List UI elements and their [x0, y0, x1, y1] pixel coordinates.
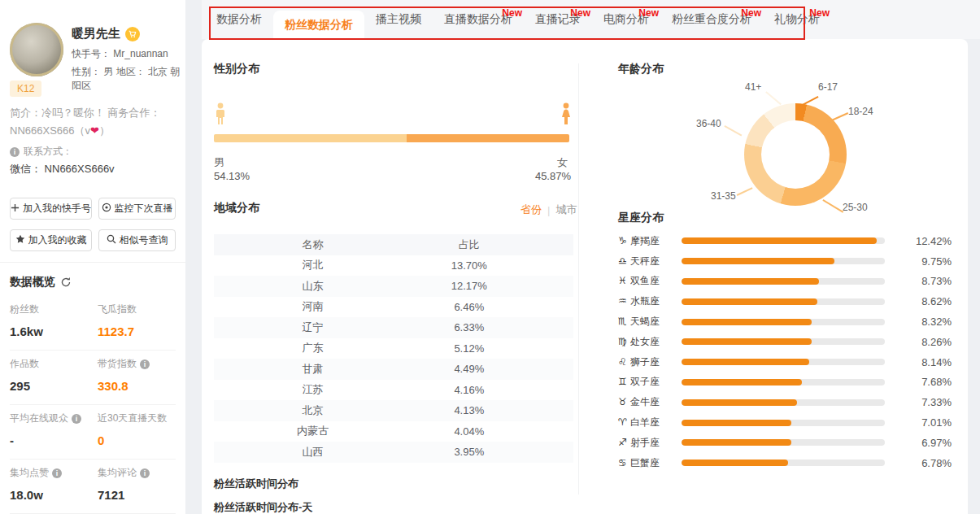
- new-badge: New: [570, 7, 590, 19]
- zodiac-icon: ♐: [618, 437, 630, 448]
- region-table-header: 名称 占比: [214, 234, 573, 255]
- age-leader-line: [766, 91, 782, 105]
- zodiac-bar-track: [682, 460, 885, 466]
- overview-stats: 粉丝数1.6kw飞瓜指数1123.7作品数295带货指数 i330.8平均在线观…: [10, 296, 176, 514]
- sidebar-button-1[interactable]: 监控下次直播: [98, 198, 176, 220]
- zodiac-bar-fill: [682, 298, 817, 305]
- toggle-city[interactable]: 城市: [555, 203, 577, 217]
- zodiac-bar-track: [682, 379, 885, 386]
- column-divider: [578, 63, 579, 494]
- zodiac-bar-fill: [682, 319, 812, 325]
- zodiac-icon: ♏: [618, 316, 630, 327]
- age-label-18-24: 18-24: [848, 106, 873, 117]
- zodiac-bar-fill: [682, 460, 788, 466]
- plus-icon: [11, 203, 20, 215]
- cart-icon: [125, 27, 140, 41]
- zodiac-percent: 8.32%: [885, 316, 952, 328]
- zodiac-icon: ♓: [618, 275, 630, 286]
- stat-cell: 集均评论 i7121: [98, 466, 176, 502]
- stat-cell: 作品数295: [10, 357, 98, 393]
- zodiac-bar-track: [682, 258, 885, 264]
- stat-cell: 近30天直播天数0: [98, 412, 176, 447]
- contact-label: i 联系方式：: [10, 145, 72, 159]
- zodiac-percent: 8.73%: [885, 275, 952, 287]
- tab-1[interactable]: 粉丝数据分析: [273, 11, 364, 39]
- zodiac-row-7: ♊双子座7.68%: [618, 372, 952, 393]
- zodiac-row-8: ♉金牛座7.33%: [618, 392, 952, 412]
- overview-title: 数据概览: [10, 275, 55, 290]
- table-row: 甘肃4.49%: [214, 359, 573, 380]
- stat-row: 粉丝数1.6kw飞瓜指数1123.7: [10, 296, 176, 350]
- tab-5[interactable]: 电商分析New: [592, 0, 660, 39]
- toggle-province[interactable]: 省份: [520, 203, 542, 217]
- zodiac-icon: ♒: [618, 295, 630, 307]
- gender-region: 性别： 男 地区： 北京 朝阳区: [72, 65, 185, 93]
- tab-7[interactable]: 礼物分析New: [763, 0, 831, 39]
- zodiac-bar-fill: [682, 237, 877, 244]
- sidebar-button-3[interactable]: 相似号查询: [98, 229, 176, 251]
- divider: [0, 262, 185, 263]
- table-row: 北京4.13%: [214, 400, 573, 421]
- region-table: 名称 占比 河北13.70%山东12.17%河南6.46%辽宁6.33%广东5.…: [214, 234, 573, 463]
- star-icon: [15, 234, 25, 246]
- action-buttons: 加入我的快手号监控下次直播加入我的收藏相似号查询: [10, 198, 176, 251]
- zodiac-bar-track: [682, 359, 885, 365]
- avatar[interactable]: [10, 23, 63, 76]
- tab-2[interactable]: 播主视频: [364, 0, 433, 39]
- zodiac-bar-fill: [682, 379, 802, 386]
- profile-sidebar: 暖男先生 快手号： Mr_nuannan 性别： 男 地区： 北京 朝阳区 K1…: [0, 0, 185, 514]
- age-leader-line: [823, 199, 844, 212]
- table-row: 山西3.95%: [214, 442, 573, 463]
- monitor-icon: [102, 203, 111, 215]
- zodiac-icon: ♈: [618, 416, 630, 428]
- stat-row: 平均在线观众 i-近30天直播天数0: [10, 404, 176, 459]
- zodiac-row-4: ♏天蝎座8.32%: [618, 311, 952, 332]
- zodiac-percent: 8.62%: [885, 295, 952, 307]
- tab-6[interactable]: 粉丝重合度分析New: [660, 0, 763, 39]
- zodiac-icon: ♉: [618, 396, 630, 407]
- zodiac-bar-fill: [682, 399, 797, 406]
- male-icon: [214, 102, 227, 128]
- zodiac-row-10: ♐射手座6.97%: [618, 433, 952, 453]
- male-percent: 54.13%: [214, 170, 250, 182]
- grade-badge: K12: [10, 81, 41, 97]
- zodiac-bar-list: ♑摩羯座12.42%♎天秤座9.75%♓双鱼座8.73%♒水瓶座8.62%♏天蝎…: [618, 231, 952, 473]
- activity-hour-title: 粉丝活跃时间分布: [214, 477, 298, 491]
- female-percent: 45.87%: [535, 170, 571, 182]
- tab-0[interactable]: 数据分析: [205, 0, 273, 39]
- age-leader-line: [725, 125, 743, 136]
- info-icon: i: [140, 468, 150, 478]
- info-icon: i: [52, 468, 62, 478]
- sidebar-button-2[interactable]: 加入我的收藏: [10, 229, 92, 251]
- stat-cell: 平均在线观众 i-: [10, 412, 98, 447]
- sidebar-button-0[interactable]: 加入我的快手号: [10, 198, 92, 220]
- zodiac-percent: 12.42%: [885, 235, 952, 247]
- stat-cell: 带货指数 i330.8: [98, 357, 176, 393]
- wechat-id: 微信： NN666XS666v: [10, 162, 115, 176]
- zodiac-row-3: ♒水瓶座8.62%: [618, 291, 952, 311]
- age-label-41+: 41+: [745, 81, 761, 93]
- heart-icon: ❤: [90, 124, 99, 137]
- profile-name: 暖男先生: [72, 26, 120, 41]
- zodiac-percent: 7.33%: [885, 396, 952, 408]
- zodiac-bar-track: [682, 420, 885, 426]
- age-label-31-35: 31-35: [711, 190, 736, 202]
- age-label-36-40: 36-40: [696, 118, 721, 129]
- tab-3[interactable]: 直播数据分析New: [433, 0, 524, 39]
- donut-hole: [761, 120, 830, 189]
- zodiac-bar-track: [682, 319, 885, 325]
- zodiac-row-2: ♓双鱼座8.73%: [618, 272, 952, 292]
- zodiac-row-11: ♋巨蟹座6.78%: [618, 453, 952, 473]
- age-label-6-17: 6-17: [818, 81, 838, 93]
- zodiac-icon: ♌: [618, 356, 630, 368]
- refresh-icon[interactable]: [60, 277, 72, 288]
- zodiac-bar-fill: [682, 338, 812, 345]
- table-row: 河南6.46%: [214, 297, 573, 318]
- tab-4[interactable]: 直播记录New: [524, 0, 592, 39]
- zodiac-icon: ♍: [618, 336, 630, 347]
- gender-section-title: 性别分布: [214, 62, 259, 76]
- new-badge: New: [502, 7, 522, 19]
- zodiac-percent: 6.78%: [885, 457, 952, 469]
- zodiac-icon: ♑: [618, 235, 630, 246]
- male-bar-segment: [214, 134, 407, 142]
